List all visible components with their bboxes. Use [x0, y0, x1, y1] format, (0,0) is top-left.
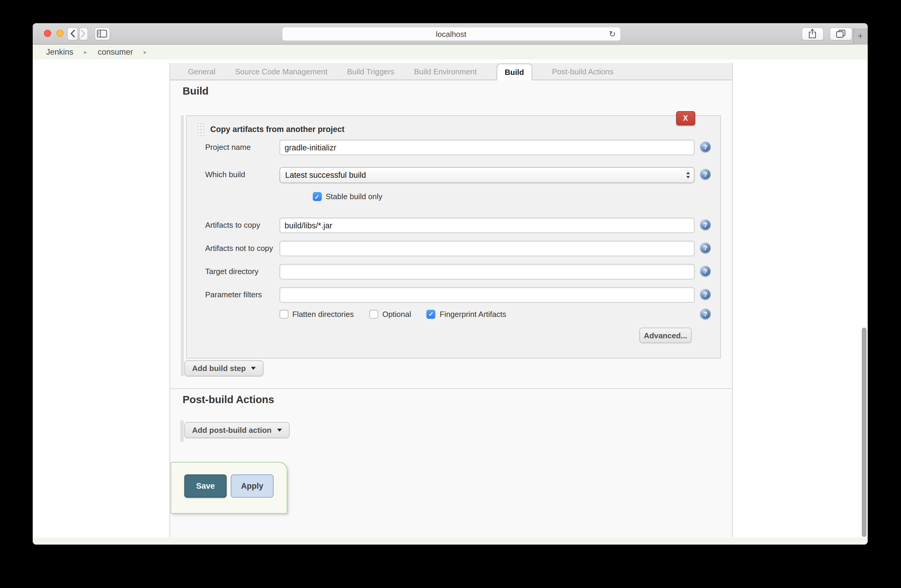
build-step-insertion-stripe: [181, 115, 184, 376]
scrollbar[interactable]: [862, 328, 866, 537]
form-row-artifacts-to-copy: Artifacts to copy ?: [205, 218, 711, 233]
project-name-label: Project name: [205, 140, 279, 152]
help-icon[interactable]: ?: [700, 308, 711, 319]
breadcrumb-separator-icon: ▸: [84, 49, 87, 55]
form-row-options: Flatten directories Optional ✓ Fingerpri…: [279, 308, 711, 319]
browser-window: localhost ↻ + Jenkins: [33, 23, 868, 544]
project-name-input[interactable]: [279, 140, 695, 155]
form-row-advanced: Advanced...: [639, 328, 692, 343]
tab-overview-button[interactable]: [829, 27, 852, 40]
check-icon: ✓: [314, 193, 320, 200]
new-tab-button[interactable]: +: [853, 28, 868, 44]
caret-down-icon: [251, 367, 256, 370]
close-window-button[interactable]: [44, 30, 51, 37]
drag-handle-icon[interactable]: [196, 122, 206, 136]
artifacts-not-to-copy-label: Artifacts not to copy: [205, 241, 279, 253]
back-button[interactable]: [67, 27, 78, 40]
plus-icon: +: [857, 31, 863, 42]
target-directory-label: Target directory: [205, 264, 279, 276]
form-row-stable-build-only: ✓ Stable build only: [313, 192, 382, 201]
tab-source-code-management[interactable]: Source Code Management: [235, 67, 328, 76]
post-build-section-title: Post-build Actions: [182, 394, 274, 406]
browser-titlebar: localhost ↻ +: [33, 23, 868, 44]
tab-overview-icon: [836, 30, 846, 38]
help-icon[interactable]: ?: [700, 289, 711, 300]
which-build-selected-value: Latest successful build: [285, 171, 686, 180]
caret-down-icon: [277, 429, 282, 432]
breadcrumb: Jenkins ▸ consumer ▸: [33, 44, 868, 59]
advanced-button[interactable]: Advanced...: [639, 328, 692, 343]
address-bar[interactable]: localhost ↻: [282, 27, 620, 41]
flatten-directories-label: Flatten directories: [292, 310, 354, 318]
breadcrumb-item-jenkins[interactable]: Jenkins: [46, 48, 73, 56]
check-icon: ✓: [429, 310, 434, 317]
desktop-background: localhost ↻ + Jenkins: [0, 0, 901, 588]
config-tabbar: General Source Code Management Build Tri…: [170, 63, 732, 80]
form-row-parameter-filters: Parameter filters ?: [205, 287, 711, 303]
url-text: localhost: [282, 27, 620, 40]
section-divider: [170, 388, 732, 389]
tab-post-build-actions[interactable]: Post-build Actions: [552, 67, 613, 76]
which-build-select[interactable]: Latest successful build: [279, 167, 695, 183]
breadcrumb-item-consumer[interactable]: consumer: [98, 48, 133, 56]
artifacts-to-copy-input[interactable]: [279, 218, 695, 233]
target-directory-input[interactable]: [279, 264, 695, 280]
sidebar-icon: [97, 30, 108, 38]
save-panel: Save Apply: [171, 462, 287, 514]
tab-build[interactable]: Build: [496, 64, 532, 80]
breadcrumb-separator-icon: ▸: [143, 49, 147, 55]
minimize-window-button[interactable]: [56, 30, 63, 37]
add-build-step-button[interactable]: Add build step: [184, 360, 264, 376]
artifacts-not-to-copy-input[interactable]: [279, 241, 695, 256]
fingerprint-artifacts-checkbox[interactable]: ✓: [427, 310, 436, 318]
share-button[interactable]: [801, 27, 824, 40]
reload-icon[interactable]: ↻: [609, 27, 616, 40]
forward-button[interactable]: [79, 27, 88, 40]
apply-button[interactable]: Apply: [231, 474, 274, 498]
build-section-title: Build: [182, 85, 209, 98]
optional-label: Optional: [382, 310, 411, 318]
add-post-build-action-label: Add post-build action: [192, 426, 271, 435]
help-icon[interactable]: ?: [700, 169, 711, 180]
tab-general[interactable]: General: [188, 67, 215, 76]
stable-build-only-label: Stable build only: [326, 192, 382, 201]
step-header: Copy artifacts from another project: [196, 122, 344, 136]
build-step-card: X Copy artifacts from another project Pr…: [186, 115, 720, 358]
add-build-step-label: Add build step: [192, 364, 246, 373]
tab-build-environment[interactable]: Build Environment: [414, 67, 477, 76]
help-icon[interactable]: ?: [700, 219, 711, 230]
post-build-insertion-stripe: [180, 420, 184, 442]
add-post-build-action-button[interactable]: Add post-build action: [184, 422, 289, 438]
which-build-label: Which build: [205, 167, 279, 179]
config-content-column: General Source Code Management Build Tri…: [170, 63, 733, 537]
form-row-artifacts-not-to-copy: Artifacts not to copy ?: [205, 241, 711, 256]
forward-icon: [81, 30, 86, 38]
delete-step-button[interactable]: X: [676, 111, 695, 126]
help-icon[interactable]: ?: [700, 142, 711, 152]
form-row-project-name: Project name ?: [205, 140, 711, 155]
step-title: Copy artifacts from another project: [210, 124, 344, 134]
parameter-filters-input[interactable]: [279, 287, 695, 303]
flatten-directories-checkbox[interactable]: [279, 310, 288, 318]
parameter-filters-label: Parameter filters: [205, 287, 279, 299]
help-icon[interactable]: ?: [700, 266, 711, 277]
artifacts-to-copy-label: Artifacts to copy: [205, 218, 279, 230]
back-icon: [70, 30, 75, 38]
optional-checkbox[interactable]: [369, 310, 378, 318]
fingerprint-artifacts-label: Fingerprint Artifacts: [440, 310, 507, 318]
stable-build-only-checkbox[interactable]: ✓: [313, 192, 321, 201]
sidebar-toggle-button[interactable]: [94, 27, 110, 40]
page-content: General Source Code Management Build Tri…: [33, 59, 868, 537]
tab-build-triggers[interactable]: Build Triggers: [347, 67, 394, 76]
save-button[interactable]: Save: [184, 474, 227, 498]
form-row-which-build: Which build Latest successful build ?: [205, 167, 711, 183]
share-icon: [809, 29, 817, 39]
select-stepper-icon: [686, 172, 692, 178]
help-icon[interactable]: ?: [700, 243, 711, 253]
window-bottom-strip: [33, 537, 868, 544]
form-row-target-directory: Target directory ?: [205, 264, 711, 280]
